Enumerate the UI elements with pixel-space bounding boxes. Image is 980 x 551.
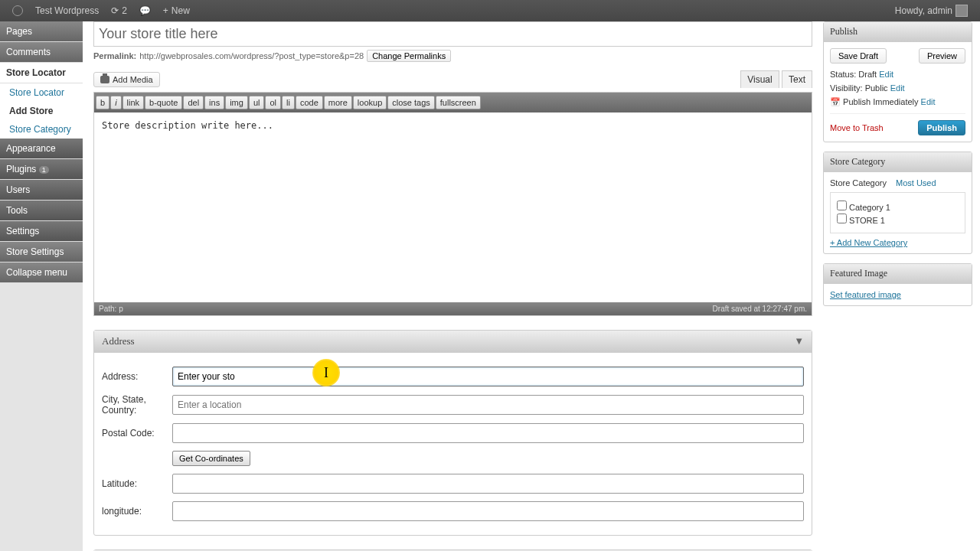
cat-tab-most-used[interactable]: Most Used [896, 178, 936, 187]
submenu-add-store[interactable]: Add Store [0, 102, 83, 120]
avatar [956, 5, 968, 17]
add-new-category[interactable]: + Add New Category [830, 238, 907, 247]
new-label: New [172, 5, 190, 16]
edit-status[interactable]: Edit [879, 70, 893, 79]
ed-btn-lookup[interactable]: lookup [353, 96, 387, 109]
category-tabs: Store Category Most Used [830, 178, 965, 187]
sidebar-item-settings[interactable]: Settings [0, 221, 83, 242]
submenu-store-category[interactable]: Store Category [0, 120, 83, 139]
plugins-label: Plugins [6, 164, 36, 174]
category-item-2[interactable]: STORE 1 [837, 214, 959, 225]
ed-btn-bquote[interactable]: b-quote [145, 96, 182, 109]
schedule-row: 📅 Publish Immediately Edit [830, 97, 965, 107]
sidebar-item-pages[interactable]: Pages [0, 21, 83, 42]
move-to-trash[interactable]: Move to Trash [830, 123, 884, 132]
howdy[interactable]: Howdy, admin [889, 5, 974, 17]
address-postbox: Address ▼ Address: City, State, Country:… [93, 330, 812, 536]
category-list: Category 1 STORE 1 [830, 192, 965, 233]
add-media-label: Add Media [113, 75, 153, 84]
permalink-url: http://gwebprosales.com/wordpress/?post_… [139, 51, 364, 60]
ed-btn-b[interactable]: b [96, 96, 109, 109]
change-permalinks-button[interactable]: Change Permalinks [367, 50, 451, 62]
editor-autosave: Draft saved at 12:27:47 pm. [713, 305, 807, 313]
sidebar-item-plugins[interactable]: Plugins 1 [0, 159, 83, 180]
latitude-input[interactable] [172, 474, 804, 494]
ed-btn-ol[interactable]: ol [265, 96, 281, 109]
camera-icon [100, 76, 109, 83]
ed-btn-li[interactable]: li [282, 96, 295, 109]
right-sidebar: Publish Save Draft Preview Status: Draft… [823, 21, 980, 551]
new-content[interactable]: + New [157, 5, 196, 16]
edit-schedule[interactable]: Edit [921, 97, 936, 106]
category-item-1[interactable]: Category 1 [837, 201, 959, 212]
editor-toolbar: b i link b-quote del ins img ul ol li co… [94, 93, 812, 112]
visibility-text: Visibility: Public [830, 83, 888, 93]
postal-input[interactable] [172, 423, 804, 443]
ed-btn-del[interactable]: del [183, 96, 204, 109]
editor-textarea[interactable]: Store description write here... [94, 112, 812, 302]
category-checkbox-2[interactable] [837, 214, 847, 223]
editor-box: b i link b-quote del ins img ul ol li co… [93, 92, 812, 316]
set-featured-image[interactable]: Set featured image [830, 290, 901, 299]
label-latitude: Latitude: [102, 478, 172, 489]
submenu-store-locator[interactable]: Store Locator [0, 83, 83, 102]
comments-bubble[interactable]: 💬 [133, 5, 157, 16]
status-text: Status: Draft [830, 70, 877, 79]
admin-bar: Test Wordpress ⟳ 2 💬 + New Howdy, admin [0, 0, 980, 21]
post-title-input[interactable] [94, 24, 812, 44]
main-content: Permalink: http://gwebprosales.com/wordp… [83, 21, 823, 551]
sidebar-item-tools[interactable]: Tools [0, 201, 83, 221]
address-input[interactable] [172, 367, 804, 386]
ed-btn-link[interactable]: link [122, 96, 145, 109]
site-name[interactable]: Test Wordpress [29, 5, 105, 16]
wp-logo[interactable] [6, 5, 29, 16]
category-label-2: STORE 1 [849, 216, 885, 225]
city-input[interactable] [172, 395, 804, 415]
address-header[interactable]: Address ▼ [94, 331, 812, 353]
tab-text[interactable]: Text [782, 70, 812, 88]
ed-btn-img[interactable]: img [225, 96, 248, 109]
tab-visual[interactable]: Visual [740, 70, 779, 88]
wordpress-icon [12, 5, 23, 16]
preview-button[interactable]: Preview [919, 48, 965, 64]
save-draft-button[interactable]: Save Draft [830, 48, 887, 64]
label-longitude: longitude: [102, 506, 172, 517]
ed-btn-code[interactable]: code [296, 96, 323, 109]
sidebar-collapse[interactable]: Collapse menu [0, 262, 83, 283]
publish-heading: Publish [824, 22, 972, 42]
longitude-input[interactable] [172, 501, 804, 521]
ed-btn-closetags[interactable]: close tags [387, 96, 435, 109]
category-checkbox-1[interactable] [837, 201, 847, 210]
plugins-count: 1 [39, 166, 49, 174]
edit-visibility[interactable]: Edit [890, 83, 905, 93]
category-box: Store Category Store Category Most Used … [823, 152, 972, 254]
featured-heading: Featured Image [824, 264, 972, 284]
editor-status-bar: Path: p Draft saved at 12:27:47 pm. [94, 302, 812, 315]
admin-sidebar: Pages Comments Store Locator Store Locat… [0, 21, 83, 551]
ed-btn-i[interactable]: i [110, 96, 121, 109]
sidebar-item-store-settings[interactable]: Store Settings [0, 242, 83, 262]
ed-btn-more[interactable]: more [324, 96, 352, 109]
updates[interactable]: ⟳ 2 [105, 5, 133, 16]
label-postal: Postal Code: [102, 428, 172, 439]
publish-button[interactable]: Publish [918, 120, 965, 135]
cat-tab-all[interactable]: Store Category [830, 178, 887, 187]
ed-btn-ins[interactable]: ins [204, 96, 224, 109]
ed-btn-fullscreen[interactable]: fullscreen [436, 96, 481, 109]
sidebar-item-users[interactable]: Users [0, 180, 83, 201]
get-coordinates-button[interactable]: Get Co-ordinates [172, 451, 250, 466]
permalink-row: Permalink: http://gwebprosales.com/wordp… [93, 50, 812, 62]
sidebar-item-appearance[interactable]: Appearance [0, 139, 83, 159]
status-row: Status: Draft Edit [830, 70, 965, 79]
add-media-button[interactable]: Add Media [93, 72, 160, 87]
editor-path: Path: p [99, 305, 123, 313]
ed-btn-ul[interactable]: ul [249, 96, 265, 109]
visibility-row: Visibility: Public Edit [830, 83, 965, 93]
schedule-text: Publish Immediately [843, 97, 918, 106]
label-address: Address: [102, 371, 172, 382]
howdy-text: Howdy, admin [895, 5, 952, 16]
sidebar-item-store-locator[interactable]: Store Locator [0, 63, 83, 83]
postbox-toggle-icon[interactable]: ▼ [794, 335, 804, 347]
address-heading: Address [102, 335, 135, 347]
sidebar-item-comments[interactable]: Comments [0, 42, 83, 63]
